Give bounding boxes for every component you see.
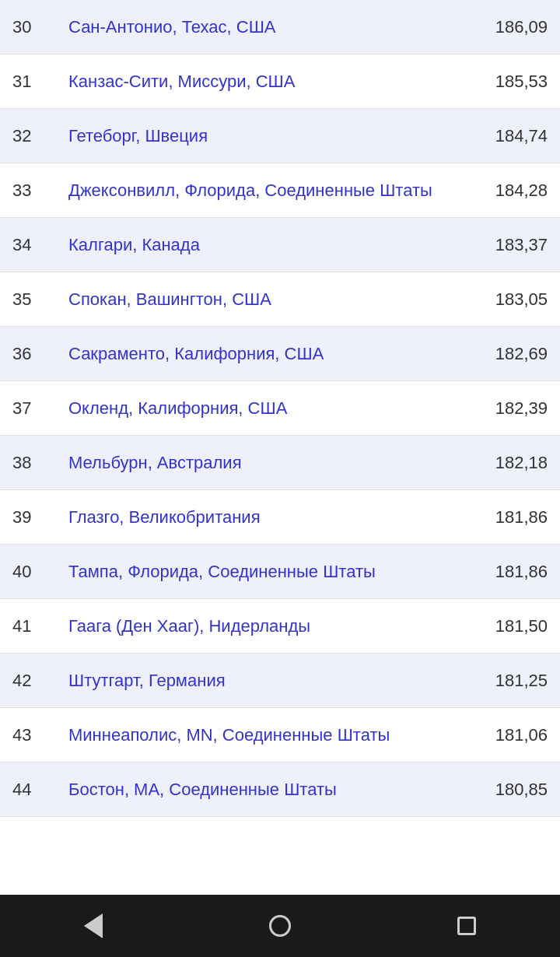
rank-cell: 37 [0,389,62,428]
rank-cell: 44 [0,770,62,809]
city-cell: Штутгарт, Германия [62,661,459,700]
rank-cell: 35 [0,280,62,319]
value-cell: 183,37 [459,226,560,265]
city-cell: Бостон, МА, Соединенные Штаты [62,770,459,809]
value-cell: 180,85 [459,770,560,809]
value-cell: 182,69 [459,335,560,373]
rank-cell: 39 [0,498,62,537]
city-cell: Джексонвилл, Флорида, Соединенные Штаты [62,171,459,210]
value-cell: 184,74 [459,117,560,156]
value-cell: 182,39 [459,389,560,428]
table-row[interactable]: 33Джексонвилл, Флорида, Соединенные Штат… [0,163,560,218]
value-cell: 183,05 [459,280,560,319]
city-cell: Калгари, Канада [62,226,459,265]
table-row[interactable]: 32Гетеборг, Швеция184,74 [0,109,560,163]
value-cell: 181,50 [459,607,560,646]
city-cell: Спокан, Вашингтон, США [62,280,459,319]
city-cell: Канзас-Сити, Миссури, США [62,62,459,101]
value-cell: 181,25 [459,661,560,700]
city-cell: Сан-Антонио, Техас, США [62,8,459,47]
rank-cell: 31 [0,62,62,101]
table-row[interactable]: 42Штутгарт, Германия181,25 [0,654,560,708]
value-cell: 181,86 [459,552,560,591]
rank-cell: 41 [0,607,62,646]
rank-cell: 43 [0,716,62,755]
table-row[interactable]: 30Сан-Антонио, Техас, США186,09 [0,0,560,54]
table-row[interactable]: 38Мельбурн, Австралия182,18 [0,436,560,490]
city-cell: Тампа, Флорида, Соединенные Штаты [62,552,459,591]
android-navigation-bar [0,895,560,957]
table-row[interactable]: 31Канзас-Сити, Миссури, США185,53 [0,54,560,109]
table-row[interactable]: 37Окленд, Калифорния, США182,39 [0,381,560,436]
nav-back-button[interactable] [70,903,117,949]
table-row[interactable]: 41Гаага (Ден Хааг), Нидерланды181,50 [0,599,560,654]
rank-cell: 36 [0,335,62,373]
value-cell: 181,86 [459,498,560,537]
rank-cell: 38 [0,443,62,482]
city-cell: Окленд, Калифорния, США [62,389,459,428]
city-cell: Мельбурн, Австралия [62,443,459,482]
back-icon [84,913,103,938]
rank-cell: 40 [0,552,62,591]
rankings-table: 30Сан-Антонио, Техас, США186,0931Канзас-… [0,0,560,895]
rank-cell: 30 [0,8,62,47]
table-row[interactable]: 36Сакраменто, Калифорния, США182,69 [0,327,560,381]
city-cell: Гетеборг, Швеция [62,117,459,156]
nav-home-button[interactable] [257,903,303,949]
table-row[interactable]: 40Тампа, Флорида, Соединенные Штаты181,8… [0,545,560,599]
table-row[interactable]: 39Глазго, Великобритания181,86 [0,490,560,545]
value-cell: 185,53 [459,62,560,101]
table-row[interactable]: 35Спокан, Вашингтон, США183,05 [0,272,560,327]
table-row[interactable]: 34Калгари, Канада183,37 [0,218,560,272]
rank-cell: 34 [0,226,62,265]
value-cell: 182,18 [459,443,560,482]
city-cell: Гаага (Ден Хааг), Нидерланды [62,607,459,646]
home-icon [269,915,291,937]
table-row[interactable]: 43Миннеаполис, MN, Соединенные Штаты181,… [0,708,560,762]
value-cell: 181,06 [459,716,560,755]
value-cell: 186,09 [459,8,560,47]
table-row[interactable]: 44Бостон, МА, Соединенные Штаты180,85 [0,762,560,817]
rank-cell: 42 [0,661,62,700]
nav-recent-button[interactable] [443,903,490,949]
value-cell: 184,28 [459,171,560,210]
city-cell: Сакраменто, Калифорния, США [62,335,459,373]
recent-icon [457,917,476,935]
city-cell: Миннеаполис, MN, Соединенные Штаты [62,716,459,755]
city-cell: Глазго, Великобритания [62,498,459,537]
rank-cell: 33 [0,171,62,210]
rank-cell: 32 [0,117,62,156]
